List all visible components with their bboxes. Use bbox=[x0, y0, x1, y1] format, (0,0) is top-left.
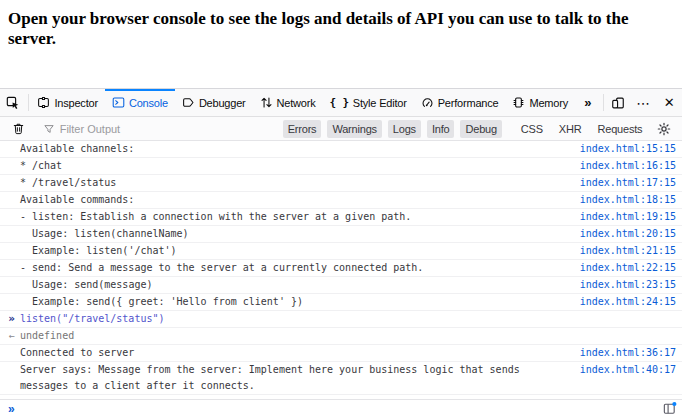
filter-xhr-button[interactable]: XHR bbox=[553, 120, 588, 138]
command-text: listen("/travel/status") bbox=[0, 311, 676, 327]
log-row: Example: send({ greet: 'Hello from clien… bbox=[0, 294, 682, 311]
tab-label: Performance bbox=[438, 97, 499, 109]
filter-css-button[interactable]: CSS bbox=[515, 120, 549, 138]
tab-network[interactable]: Network bbox=[253, 89, 323, 116]
close-icon: ✕ bbox=[664, 96, 675, 109]
memory-icon bbox=[512, 96, 525, 109]
log-row: * /chat index.html:16:15 bbox=[0, 158, 682, 175]
pick-element-button[interactable] bbox=[0, 89, 26, 116]
devtools-tabbar: Inspector Console Debugger bbox=[0, 89, 682, 117]
meatball-menu-icon: ⋯ bbox=[636, 95, 651, 111]
console-input-row: » bbox=[0, 399, 682, 417]
tab-debugger[interactable]: Debugger bbox=[175, 89, 253, 116]
log-message: - send: Send a message to the server at … bbox=[0, 260, 570, 276]
log-message: Example: listen('/chat') bbox=[0, 243, 570, 259]
responsive-design-mode-button[interactable] bbox=[605, 89, 631, 116]
performance-icon bbox=[421, 96, 434, 109]
log-row: Usage: listen(channelName) index.html:20… bbox=[0, 226, 682, 243]
source-link[interactable]: index.html:18:15 bbox=[580, 192, 676, 208]
split-console-toggle-button[interactable] bbox=[662, 401, 677, 416]
log-row: - send: Send a message to the server at … bbox=[0, 260, 682, 277]
tab-label: Style Editor bbox=[353, 97, 407, 109]
console-input[interactable] bbox=[23, 403, 662, 414]
log-row: Connected to server index.html:36:17 bbox=[0, 345, 682, 362]
responsive-design-icon bbox=[611, 96, 625, 110]
devtools-panel: Inspector Console Debugger bbox=[0, 88, 682, 417]
command-prompt-icon: » bbox=[5, 311, 18, 327]
filter-requests-button[interactable]: Requests bbox=[591, 120, 648, 138]
tab-console[interactable]: Console bbox=[105, 89, 175, 116]
filter-info-button[interactable]: Info bbox=[427, 120, 455, 138]
tab-memory[interactable]: Memory bbox=[505, 89, 575, 116]
pick-element-icon bbox=[6, 96, 20, 110]
source-link[interactable]: index.html:22:15 bbox=[580, 260, 676, 276]
log-message: Available channels: bbox=[0, 141, 570, 157]
tab-label: Inspector bbox=[54, 97, 97, 109]
clear-console-button[interactable] bbox=[5, 122, 32, 135]
result-text: undefined bbox=[0, 328, 676, 344]
close-devtools-button[interactable]: ✕ bbox=[656, 89, 682, 116]
console-settings-button[interactable] bbox=[650, 122, 677, 136]
console-icon bbox=[112, 96, 125, 109]
log-message: Available commands: bbox=[0, 192, 570, 208]
source-link[interactable]: index.html:20:15 bbox=[580, 226, 676, 242]
tab-inspector[interactable]: Inspector bbox=[30, 89, 104, 116]
log-row: Available channels: index.html:15:15 bbox=[0, 141, 682, 158]
devtools-menu-button[interactable]: ⋯ bbox=[631, 89, 657, 116]
chevron-double-right-icon: » bbox=[584, 95, 591, 110]
filter-funnel-icon bbox=[43, 123, 55, 135]
source-link[interactable]: index.html:17:15 bbox=[580, 175, 676, 191]
tab-style-editor[interactable]: { } Style Editor bbox=[323, 89, 414, 116]
debugger-icon bbox=[182, 96, 195, 109]
log-message: Usage: listen(channelName) bbox=[0, 226, 570, 242]
split-console-icon bbox=[662, 401, 677, 416]
divider bbox=[603, 94, 604, 111]
log-row: Example: listen('/chat') index.html:21:1… bbox=[0, 243, 682, 260]
trash-icon bbox=[12, 122, 25, 135]
source-link[interactable]: index.html:36:17 bbox=[580, 345, 676, 361]
console-toolbar: Errors Warnings Logs Info Debug CSS XHR … bbox=[0, 117, 682, 141]
tab-performance[interactable]: Performance bbox=[414, 89, 506, 116]
filter-input-wrap bbox=[37, 123, 280, 135]
tab-label: Console bbox=[129, 97, 168, 109]
source-link[interactable]: index.html:19:15 bbox=[580, 209, 676, 225]
command-row: » listen("/travel/status") bbox=[0, 311, 682, 328]
log-row: Usage: send(message) index.html:23:15 bbox=[0, 277, 682, 294]
log-row: - listen: Establish a connection with th… bbox=[0, 209, 682, 226]
log-row: * /travel/status index.html:17:15 bbox=[0, 175, 682, 192]
tabs-overflow-button[interactable]: » bbox=[575, 89, 601, 116]
gear-icon bbox=[657, 122, 671, 136]
log-row: Server says: Message from the server: Im… bbox=[0, 362, 682, 395]
log-message: * /chat bbox=[0, 158, 570, 174]
source-link[interactable]: index.html:16:15 bbox=[580, 158, 676, 174]
source-link[interactable]: index.html:23:15 bbox=[580, 277, 676, 293]
console-output[interactable]: Available channels: index.html:15:15 * /… bbox=[0, 141, 682, 399]
source-link[interactable]: index.html:15:15 bbox=[580, 141, 676, 157]
filter-logs-button[interactable]: Logs bbox=[388, 120, 421, 138]
source-link[interactable]: index.html:24:15 bbox=[580, 294, 676, 310]
result-arrow-icon: ← bbox=[5, 328, 18, 344]
log-message: Connected to server bbox=[0, 345, 570, 361]
network-icon bbox=[260, 96, 273, 109]
filter-input[interactable] bbox=[60, 123, 280, 135]
style-editor-icon: { } bbox=[330, 97, 349, 108]
log-message: Example: send({ greet: 'Hello from clien… bbox=[0, 294, 570, 310]
inspector-icon bbox=[37, 96, 50, 109]
tab-label: Debugger bbox=[199, 97, 246, 109]
log-message: Usage: send(message) bbox=[0, 277, 570, 293]
page-heading: Open your browser console to see the log… bbox=[0, 0, 682, 49]
log-message: Server says: Message from the server: Im… bbox=[0, 362, 570, 394]
log-row: Available commands: index.html:18:15 bbox=[0, 192, 682, 209]
log-message: * /travel/status bbox=[0, 175, 570, 191]
log-message: - listen: Establish a connection with th… bbox=[0, 209, 570, 225]
tab-label: Network bbox=[277, 97, 316, 109]
source-link[interactable]: index.html:40:17 bbox=[580, 362, 676, 378]
filter-debug-button[interactable]: Debug bbox=[460, 120, 501, 138]
filter-warnings-button[interactable]: Warnings bbox=[327, 120, 381, 138]
result-row: ← undefined bbox=[0, 328, 682, 345]
source-link[interactable]: index.html:21:15 bbox=[580, 243, 676, 259]
input-prompt-icon: » bbox=[8, 403, 15, 415]
divider bbox=[28, 94, 29, 111]
filter-errors-button[interactable]: Errors bbox=[283, 120, 322, 138]
tab-label: Memory bbox=[529, 97, 568, 109]
